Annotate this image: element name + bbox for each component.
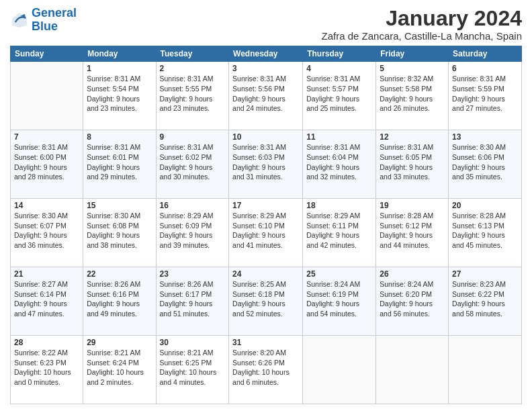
col-tuesday: Tuesday <box>156 46 229 62</box>
day-number: 8 <box>87 132 152 142</box>
table-row: 27 Sunrise: 8:23 AMSunset: 6:22 PMDaylig… <box>449 267 522 336</box>
day-info: Sunrise: 8:21 AMSunset: 6:25 PMDaylight:… <box>160 348 226 387</box>
day-info: Sunrise: 8:24 AMSunset: 6:19 PMDaylight:… <box>306 279 372 319</box>
day-number: 31 <box>232 338 299 347</box>
main-title: January 2024 <box>322 7 522 30</box>
day-info: Sunrise: 8:22 AMSunset: 6:23 PMDaylight:… <box>14 348 79 387</box>
logo-line1: General <box>32 6 77 19</box>
table-row: 21 Sunrise: 8:27 AMSunset: 6:14 PMDaylig… <box>11 267 83 336</box>
day-number: 18 <box>306 201 372 210</box>
day-number: 27 <box>452 269 518 279</box>
table-row: 15 Sunrise: 8:30 AMSunset: 6:08 PMDaylig… <box>83 199 156 267</box>
day-number: 2 <box>160 64 226 73</box>
table-row: 24 Sunrise: 8:25 AMSunset: 6:18 PMDaylig… <box>229 267 303 336</box>
col-saturday: Saturday <box>449 46 522 62</box>
table-row: 12 Sunrise: 8:31 AMSunset: 6:05 PMDaylig… <box>376 130 449 199</box>
logo: General Blue <box>10 7 77 34</box>
day-info: Sunrise: 8:31 AMSunset: 6:05 PMDaylight:… <box>380 142 445 182</box>
table-row <box>449 336 522 404</box>
table-row <box>376 336 449 404</box>
day-number: 3 <box>232 64 299 73</box>
day-number: 25 <box>306 269 372 279</box>
table-row: 4 Sunrise: 8:31 AMSunset: 5:57 PMDayligh… <box>303 62 376 130</box>
day-number: 10 <box>232 132 299 142</box>
day-info: Sunrise: 8:21 AMSunset: 6:24 PMDaylight:… <box>87 348 152 387</box>
table-row: 10 Sunrise: 8:31 AMSunset: 6:03 PMDaylig… <box>229 130 303 199</box>
day-info: Sunrise: 8:31 AMSunset: 6:01 PMDaylight:… <box>87 142 152 182</box>
title-block: January 2024 Zafra de Zancara, Castille-… <box>322 7 522 42</box>
table-row: 29 Sunrise: 8:21 AMSunset: 6:24 PMDaylig… <box>83 336 156 404</box>
day-number: 20 <box>452 201 518 210</box>
col-friday: Friday <box>376 46 449 62</box>
day-info: Sunrise: 8:31 AMSunset: 5:56 PMDaylight:… <box>232 74 299 113</box>
table-row <box>303 336 376 404</box>
day-number: 7 <box>14 132 79 142</box>
day-info: Sunrise: 8:24 AMSunset: 6:20 PMDaylight:… <box>380 279 445 319</box>
day-info: Sunrise: 8:31 AMSunset: 6:03 PMDaylight:… <box>232 142 299 182</box>
col-monday: Monday <box>83 46 156 62</box>
day-info: Sunrise: 8:31 AMSunset: 6:02 PMDaylight:… <box>160 142 226 182</box>
day-number: 19 <box>380 201 445 210</box>
table-row: 11 Sunrise: 8:31 AMSunset: 6:04 PMDaylig… <box>303 130 376 199</box>
day-number: 17 <box>232 201 299 210</box>
day-number: 11 <box>306 132 372 142</box>
logo-line2: Blue <box>32 19 58 33</box>
table-row: 19 Sunrise: 8:28 AMSunset: 6:12 PMDaylig… <box>376 199 449 267</box>
table-row: 6 Sunrise: 8:31 AMSunset: 5:59 PMDayligh… <box>449 62 522 130</box>
day-number: 30 <box>160 338 226 347</box>
day-info: Sunrise: 8:28 AMSunset: 6:13 PMDaylight:… <box>452 211 518 250</box>
header: General Blue January 2024 Zafra de Zanca… <box>10 7 522 42</box>
day-number: 21 <box>14 269 79 279</box>
day-number: 28 <box>14 338 79 347</box>
day-info: Sunrise: 8:26 AMSunset: 6:16 PMDaylight:… <box>87 279 152 319</box>
day-info: Sunrise: 8:31 AMSunset: 6:04 PMDaylight:… <box>306 142 372 182</box>
day-info: Sunrise: 8:31 AMSunset: 5:57 PMDaylight:… <box>306 74 372 113</box>
day-info: Sunrise: 8:27 AMSunset: 6:14 PMDaylight:… <box>14 279 79 319</box>
table-row: 26 Sunrise: 8:24 AMSunset: 6:20 PMDaylig… <box>376 267 449 336</box>
day-info: Sunrise: 8:30 AMSunset: 6:08 PMDaylight:… <box>87 211 152 250</box>
table-row: 28 Sunrise: 8:22 AMSunset: 6:23 PMDaylig… <box>11 336 83 404</box>
logo-icon <box>10 11 29 30</box>
table-row: 2 Sunrise: 8:31 AMSunset: 5:55 PMDayligh… <box>156 62 229 130</box>
table-row: 13 Sunrise: 8:30 AMSunset: 6:06 PMDaylig… <box>449 130 522 199</box>
day-info: Sunrise: 8:29 AMSunset: 6:10 PMDaylight:… <box>232 211 299 250</box>
day-number: 9 <box>160 132 226 142</box>
day-info: Sunrise: 8:31 AMSunset: 5:59 PMDaylight:… <box>452 74 518 113</box>
table-row: 3 Sunrise: 8:31 AMSunset: 5:56 PMDayligh… <box>229 62 303 130</box>
calendar-week-row: 1 Sunrise: 8:31 AMSunset: 5:54 PMDayligh… <box>11 62 522 130</box>
col-sunday: Sunday <box>11 46 83 62</box>
day-info: Sunrise: 8:31 AMSunset: 5:55 PMDaylight:… <box>160 74 226 113</box>
calendar-header-row: Sunday Monday Tuesday Wednesday Thursday… <box>11 46 522 62</box>
day-info: Sunrise: 8:20 AMSunset: 6:26 PMDaylight:… <box>232 348 299 387</box>
table-row: 9 Sunrise: 8:31 AMSunset: 6:02 PMDayligh… <box>156 130 229 199</box>
day-number: 23 <box>160 269 226 279</box>
table-row: 30 Sunrise: 8:21 AMSunset: 6:25 PMDaylig… <box>156 336 229 404</box>
day-info: Sunrise: 8:30 AMSunset: 6:06 PMDaylight:… <box>452 142 518 182</box>
table-row: 5 Sunrise: 8:32 AMSunset: 5:58 PMDayligh… <box>376 62 449 130</box>
day-number: 24 <box>232 269 299 279</box>
calendar-week-row: 14 Sunrise: 8:30 AMSunset: 6:07 PMDaylig… <box>11 199 522 267</box>
table-row <box>11 62 83 130</box>
day-info: Sunrise: 8:25 AMSunset: 6:18 PMDaylight:… <box>232 279 299 319</box>
table-row: 1 Sunrise: 8:31 AMSunset: 5:54 PMDayligh… <box>83 62 156 130</box>
day-number: 14 <box>14 201 79 210</box>
table-row: 20 Sunrise: 8:28 AMSunset: 6:13 PMDaylig… <box>449 199 522 267</box>
table-row: 23 Sunrise: 8:26 AMSunset: 6:17 PMDaylig… <box>156 267 229 336</box>
table-row: 7 Sunrise: 8:31 AMSunset: 6:00 PMDayligh… <box>11 130 83 199</box>
day-info: Sunrise: 8:32 AMSunset: 5:58 PMDaylight:… <box>380 74 445 113</box>
day-number: 12 <box>380 132 445 142</box>
day-info: Sunrise: 8:23 AMSunset: 6:22 PMDaylight:… <box>452 279 518 319</box>
day-info: Sunrise: 8:26 AMSunset: 6:17 PMDaylight:… <box>160 279 226 319</box>
table-row: 8 Sunrise: 8:31 AMSunset: 6:01 PMDayligh… <box>83 130 156 199</box>
calendar-week-row: 28 Sunrise: 8:22 AMSunset: 6:23 PMDaylig… <box>11 336 522 404</box>
day-number: 1 <box>87 64 152 73</box>
table-row: 14 Sunrise: 8:30 AMSunset: 6:07 PMDaylig… <box>11 199 83 267</box>
day-number: 4 <box>306 64 372 73</box>
calendar-table: Sunday Monday Tuesday Wednesday Thursday… <box>10 46 522 404</box>
table-row: 22 Sunrise: 8:26 AMSunset: 6:16 PMDaylig… <box>83 267 156 336</box>
col-thursday: Thursday <box>303 46 376 62</box>
day-number: 16 <box>160 201 226 210</box>
day-info: Sunrise: 8:29 AMSunset: 6:11 PMDaylight:… <box>306 211 372 250</box>
day-number: 6 <box>452 64 518 73</box>
day-info: Sunrise: 8:28 AMSunset: 6:12 PMDaylight:… <box>380 211 445 250</box>
